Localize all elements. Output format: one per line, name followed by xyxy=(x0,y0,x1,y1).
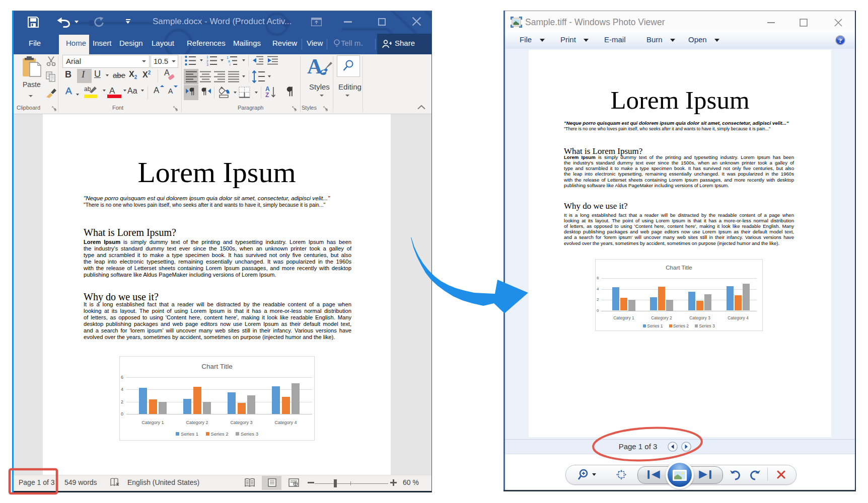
svg-text:i: i xyxy=(230,63,231,66)
svg-text:3: 3 xyxy=(206,63,208,66)
svg-text:?: ? xyxy=(839,37,842,44)
svg-text:2: 2 xyxy=(206,59,208,63)
svg-text:1: 1 xyxy=(206,55,208,59)
svg-text:a: a xyxy=(228,59,230,63)
svg-text:1: 1 xyxy=(227,56,229,59)
